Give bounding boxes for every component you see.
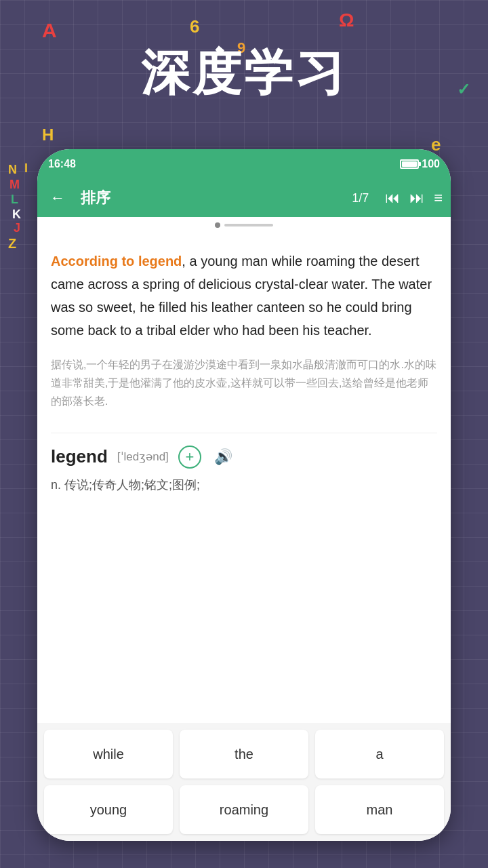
battery-level: 100 <box>422 158 440 170</box>
choice-the[interactable]: the <box>180 730 308 778</box>
app-title: 深度学习 <box>141 45 347 100</box>
pager <box>37 217 451 233</box>
back-button[interactable]: ← <box>45 186 70 210</box>
translation-text: 据传说,一个年轻的男子在漫游沙漠途中看到一泉如水晶般清澈而可口的水.水的味道非常… <box>51 355 437 411</box>
word-add-button[interactable]: + <box>178 446 201 469</box>
floating-letter: 6 <box>190 16 199 37</box>
status-bar: 16:48 100 <box>37 149 451 179</box>
word-audio-button[interactable]: 🔊 <box>211 444 237 470</box>
choice-man[interactable]: man <box>315 785 444 834</box>
choice-roaming[interactable]: roaming <box>180 785 308 834</box>
floating-letter: I <box>24 161 28 176</box>
floating-letter: H <box>42 125 54 144</box>
status-time: 16:48 <box>48 158 76 170</box>
floating-letter: M <box>9 178 20 192</box>
floating-letter: J <box>14 221 20 235</box>
passage-highlight: According to legend <box>51 254 182 269</box>
toolbar: ← 排序 1/7 ⏮ ⏭ ≡ <box>37 179 451 217</box>
menu-icon[interactable]: ≡ <box>434 189 443 207</box>
word-name: legend <box>51 446 108 467</box>
toolbar-title: 排序 <box>81 188 346 208</box>
word-section: legend [ˈledʒənd] + 🔊 n. 传说;传奇人物;铭文;图例; <box>37 444 451 503</box>
floating-letter: Z <box>8 236 16 252</box>
floating-letter: N <box>8 163 17 177</box>
passage-text: According to legend, a young man while r… <box>51 250 437 342</box>
pager-line <box>224 224 273 226</box>
floating-letter: L <box>11 193 18 207</box>
floating-letter: A <box>42 19 57 42</box>
floating-letter: K <box>12 208 21 222</box>
phone-frame: 16:48 100 ← 排序 1/7 ⏮ ⏭ ≡ According to le… <box>37 149 451 841</box>
word-definition: n. 传说;传奇人物;铭文;图例; <box>51 475 437 495</box>
page-counter: 1/7 <box>352 191 369 205</box>
toolbar-icons: ⏮ ⏭ ≡ <box>385 189 443 207</box>
pager-dot-1 <box>215 222 220 228</box>
content-area: According to legend, a young man while r… <box>37 233 451 422</box>
battery-icon <box>400 159 419 169</box>
prev-icon[interactable]: ⏮ <box>385 189 400 207</box>
battery-indicator: 100 <box>400 158 440 170</box>
floating-letter: Ω <box>339 9 354 31</box>
word-row: legend [ˈledʒənd] + 🔊 <box>51 444 437 470</box>
word-phonetic: [ˈledʒənd] <box>117 450 169 464</box>
divider <box>51 433 437 433</box>
choice-young[interactable]: young <box>44 785 173 834</box>
battery-fill <box>402 161 417 167</box>
title-area: 深度学习 <box>0 41 488 106</box>
next-icon[interactable]: ⏭ <box>409 189 424 207</box>
choice-while[interactable]: while <box>44 730 173 778</box>
choice-a[interactable]: a <box>315 730 444 778</box>
choice-grid: while the a young roaming man <box>37 723 451 841</box>
